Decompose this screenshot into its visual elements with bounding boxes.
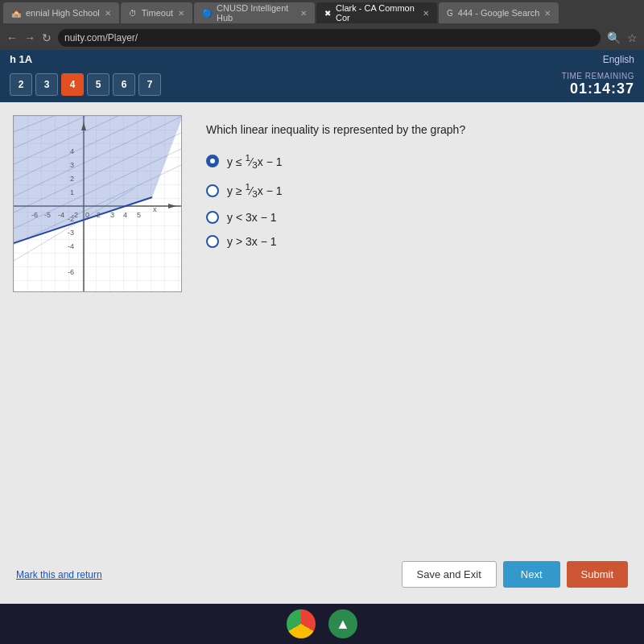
- graph-container: -6 -5 -4 -2 0 2 3 4 5 x 4 3 2 1 -2 -3: [13, 115, 190, 545]
- tab-3-close[interactable]: ✕: [300, 9, 307, 18]
- tab-1-label: ennial High School: [26, 8, 100, 18]
- option-4[interactable]: y > 3x − 1: [206, 235, 631, 248]
- svg-text:4: 4: [70, 147, 74, 155]
- bookmark-icon[interactable]: ☆: [627, 31, 638, 44]
- app-title: h 1A: [10, 53, 32, 65]
- nav-btn-3[interactable]: 3: [35, 73, 58, 96]
- svg-text:-4: -4: [58, 211, 64, 219]
- next-button[interactable]: Next: [503, 561, 560, 588]
- option-2-label: y ≥ 1⁄3x − 1: [227, 181, 283, 199]
- nav-btn-7[interactable]: 7: [138, 73, 161, 96]
- timer-section: TIME REMAINING 01:14:37: [562, 72, 634, 97]
- nav-btn-6[interactable]: 6: [113, 73, 135, 96]
- nav-buttons: 2 3 4 5 6 7: [10, 73, 161, 96]
- svg-text:4: 4: [123, 211, 127, 219]
- tab-5-label: 444 - Google Search: [458, 8, 540, 18]
- svg-text:3: 3: [70, 161, 74, 169]
- app-header-top: h 1A English: [0, 50, 644, 68]
- taskbar: ▲: [0, 604, 644, 644]
- svg-text:-5: -5: [44, 211, 51, 219]
- radio-1[interactable]: [206, 155, 219, 167]
- tab-2-close[interactable]: ✕: [178, 9, 184, 18]
- radio-3[interactable]: [206, 211, 219, 224]
- timer-value: 01:14:37: [562, 80, 634, 97]
- radio-4[interactable]: [206, 235, 219, 248]
- option-3-label: y < 3x − 1: [227, 211, 276, 224]
- nav-btn-4[interactable]: 4: [61, 73, 84, 96]
- option-1-label: y ≤ 1⁄3x − 1: [227, 152, 283, 170]
- options-list: y ≤ 1⁄3x − 1 y ≥ 1⁄3x − 1 y < 3x − 1: [206, 152, 631, 248]
- radio-2[interactable]: [206, 184, 219, 197]
- graph-svg: -6 -5 -4 -2 0 2 3 4 5 x 4 3 2 1 -2 -3: [14, 116, 182, 292]
- language-button[interactable]: English: [603, 54, 634, 65]
- action-buttons: Save and Exit Next Submit: [402, 561, 628, 588]
- svg-text:1: 1: [70, 188, 74, 196]
- tab-4-label: Clark - CA Common Cor: [336, 3, 418, 23]
- google-drive-icon[interactable]: ▲: [328, 609, 357, 638]
- tab-3-label: CNUSD Intelligent Hub: [217, 3, 295, 23]
- nav-btn-5[interactable]: 5: [87, 73, 109, 96]
- svg-text:3: 3: [110, 211, 114, 219]
- svg-text:-4: -4: [68, 242, 74, 250]
- mark-return-link[interactable]: Mark this and return: [16, 569, 102, 580]
- question-area: -6 -5 -4 -2 0 2 3 4 5 x 4 3 2 1 -2 -3: [13, 115, 631, 545]
- option-3[interactable]: y < 3x − 1: [206, 211, 631, 224]
- save-exit-button[interactable]: Save and Exit: [402, 561, 497, 588]
- svg-text:-3: -3: [68, 229, 74, 237]
- option-4-label: y > 3x − 1: [227, 235, 276, 248]
- chrome-icon[interactable]: [287, 609, 316, 638]
- nav-btn-2[interactable]: 2: [10, 73, 32, 96]
- option-2[interactable]: y ≥ 1⁄3x − 1: [206, 181, 631, 199]
- search-icon[interactable]: 🔍: [607, 31, 621, 44]
- tab-1-close[interactable]: ✕: [105, 9, 111, 18]
- refresh-icon[interactable]: ↻: [42, 31, 52, 44]
- question-text: Which linear inequality is represented b…: [206, 123, 631, 136]
- svg-text:-6: -6: [68, 268, 74, 276]
- svg-text:x: x: [153, 205, 157, 213]
- app-header: h 1A English 2 3 4 5 6 7 TIME REMAINING …: [0, 50, 644, 102]
- back-icon[interactable]: ←: [6, 31, 18, 44]
- tab-2[interactable]: ⏱ Timeout ✕: [121, 2, 192, 23]
- tab-5-close[interactable]: ✕: [544, 9, 551, 18]
- tab-4-close[interactable]: ✕: [423, 9, 429, 18]
- tab-1[interactable]: 🏫 ennial High School ✕: [3, 2, 119, 23]
- svg-text:-2: -2: [68, 215, 74, 223]
- svg-text:2: 2: [97, 211, 101, 219]
- option-1[interactable]: y ≤ 1⁄3x − 1: [206, 152, 631, 170]
- tab-5-icon: G: [447, 9, 453, 18]
- tab-2-icon: ⏱: [129, 9, 137, 18]
- tab-2-label: Timeout: [142, 8, 173, 18]
- main-content: -6 -5 -4 -2 0 2 3 4 5 x 4 3 2 1 -2 -3: [0, 102, 644, 604]
- tab-3[interactable]: 🔵 CNUSD Intelligent Hub ✕: [194, 2, 315, 23]
- graph-canvas: -6 -5 -4 -2 0 2 3 4 5 x 4 3 2 1 -2 -3: [13, 115, 182, 292]
- tab-bar: 🏫 ennial High School ✕ ⏱ Timeout ✕ 🔵 CNU…: [0, 0, 644, 26]
- address-input[interactable]: [58, 29, 601, 47]
- tab-4-icon: ✖: [324, 9, 331, 18]
- tab-3-icon: 🔵: [202, 9, 212, 18]
- bottom-bar: Mark this and return Save and Exit Next …: [13, 555, 631, 591]
- svg-text:0: 0: [85, 211, 89, 219]
- submit-button[interactable]: Submit: [567, 561, 628, 588]
- svg-text:2: 2: [70, 175, 74, 183]
- address-bar: ← → ↻ 🔍 ☆: [0, 26, 644, 50]
- tab-4[interactable]: ✖ Clark - CA Common Cor ✕: [316, 2, 437, 23]
- tab-1-icon: 🏫: [11, 9, 21, 18]
- forward-icon[interactable]: →: [24, 31, 35, 44]
- tab-5[interactable]: G 444 - Google Search ✕: [439, 2, 559, 23]
- answer-area: Which linear inequality is represented b…: [206, 115, 631, 545]
- browser-chrome: 🏫 ennial High School ✕ ⏱ Timeout ✕ 🔵 CNU…: [0, 0, 644, 50]
- timer-label: TIME REMAINING: [562, 72, 634, 80]
- svg-text:5: 5: [137, 211, 141, 219]
- question-nav: 2 3 4 5 6 7 TIME REMAINING 01:14:37: [0, 68, 644, 102]
- svg-text:-6: -6: [31, 211, 38, 219]
